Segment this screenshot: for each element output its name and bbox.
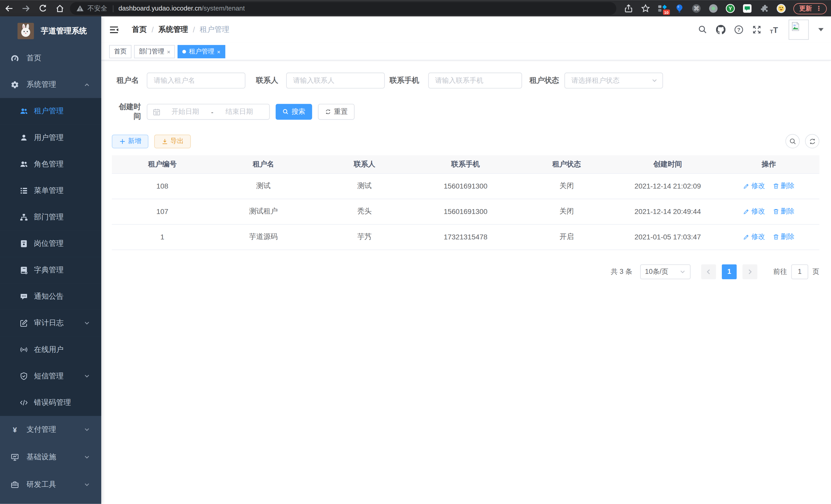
sidebar-item-pay[interactable]: ¥支付管理 <box>0 416 101 443</box>
next-page-button[interactable] <box>743 264 757 279</box>
sidebar-item-dev-tools[interactable]: 研发工具 <box>0 471 101 499</box>
chevron-left-icon <box>705 268 712 275</box>
extension-command-icon[interactable]: ⌘ <box>692 4 701 13</box>
sidebar-item-home[interactable]: 首页 <box>0 45 101 71</box>
extension-y-icon[interactable]: Y <box>726 4 735 13</box>
sidebar-item-label: 短信管理 <box>34 372 64 381</box>
edit-button[interactable]: 修改 <box>743 181 765 190</box>
url-bar[interactable]: 不安全 dashboard.yudao.iocoder.cn/system/te… <box>70 2 616 15</box>
online-signal-icon <box>20 346 28 354</box>
svg-text:⌘: ⌘ <box>693 5 699 12</box>
app-logo[interactable]: 芋道管理系统 <box>0 17 101 45</box>
close-icon[interactable]: × <box>217 49 220 55</box>
sidebar-item-online-user[interactable]: 在线用户 <box>0 336 101 363</box>
close-icon[interactable]: × <box>167 49 170 55</box>
breadcrumb-item[interactable]: 系统管理 <box>158 25 188 34</box>
table-header-row: 租户编号租户名联系人联系手机租户状态创建时间操作 <box>112 155 819 173</box>
sidebar-item-error-code[interactable]: 错误码管理 <box>0 389 101 416</box>
date-range-picker[interactable]: 开始日期 - 结束日期 <box>147 104 270 120</box>
sidebar-item-user[interactable]: 用户管理 <box>0 125 101 151</box>
sidebar-item-system[interactable]: 系统管理 <box>0 71 101 98</box>
search-icon[interactable] <box>698 25 708 34</box>
breadcrumb-item[interactable]: 首页 <box>132 25 147 34</box>
table-refresh-button[interactable] <box>805 134 820 148</box>
extension-grid-icon[interactable]: 10 <box>658 4 667 13</box>
sidebar-item-dict[interactable]: 字典管理 <box>0 257 101 283</box>
help-icon[interactable]: ? <box>734 25 743 34</box>
extension-balloon-icon[interactable] <box>675 4 684 13</box>
delete-button[interactable]: 删除 <box>772 232 795 241</box>
sidebar-item-post[interactable]: 岗位管理 <box>0 230 101 257</box>
add-button[interactable]: 新增 <box>112 135 148 148</box>
create-time-label: 创建时间 <box>112 102 141 121</box>
extensions-puzzle-icon[interactable] <box>760 4 769 13</box>
sidebar-item-label: 字典管理 <box>34 265 64 275</box>
more-menu-icon[interactable]: ⋮ <box>815 5 822 12</box>
extension-dot-icon[interactable] <box>709 4 718 13</box>
page-size-select[interactable]: 10条/页 <box>640 264 691 279</box>
update-label: 更新 <box>799 4 812 13</box>
edit-button[interactable]: 修改 <box>743 232 765 241</box>
github-icon[interactable] <box>716 25 725 34</box>
tab-dept[interactable]: 部门管理× <box>134 45 175 58</box>
url-path: /system/tenant <box>202 5 245 12</box>
font-size-icon[interactable]: TT <box>770 25 778 34</box>
share-icon[interactable] <box>624 4 633 13</box>
refresh-icon <box>325 109 331 115</box>
sidebar-item-tenant[interactable]: 租户管理 <box>0 98 101 125</box>
sidebar-item-audit-log[interactable]: 审计日志 <box>0 310 101 336</box>
extension-emoji-icon[interactable] <box>776 4 786 13</box>
sidebar-menu: 首页系统管理租户管理用户管理角色管理菜单管理部门管理岗位管理字典管理通知公告审计… <box>0 45 101 499</box>
table-row: 1芋道源码芋艿17321315478开启2021-01-05 17:03:47修… <box>112 224 819 249</box>
delete-button[interactable]: 删除 <box>772 207 795 216</box>
sidebar-item-sms[interactable]: 短信管理 <box>0 363 101 389</box>
forward-icon[interactable] <box>21 4 31 13</box>
gear-icon <box>10 81 19 89</box>
org-tree-icon <box>20 213 28 221</box>
contact-input[interactable]: 请输入联系人 <box>286 73 385 89</box>
reset-button[interactable]: 重置 <box>318 104 354 120</box>
date-separator: - <box>210 108 214 116</box>
back-icon[interactable] <box>4 4 14 13</box>
browser-right-buttons: 10 ⌘ Y 更新 ⋮ <box>624 3 827 14</box>
table-search-toggle-button[interactable] <box>785 134 800 148</box>
end-date-placeholder: 结束日期 <box>214 107 264 117</box>
column-header: 操作 <box>718 155 819 173</box>
sidebar-item-dept[interactable]: 部门管理 <box>0 204 101 230</box>
avatar[interactable] <box>789 20 809 39</box>
goto-page-input[interactable] <box>791 264 808 279</box>
browser-update-button[interactable]: 更新 ⋮ <box>794 3 827 14</box>
users-icon <box>20 107 28 116</box>
prev-page-button[interactable] <box>701 264 716 279</box>
cell-actions: 修改删除 <box>718 224 819 249</box>
sidebar-item-menu[interactable]: 菜单管理 <box>0 178 101 204</box>
status-select[interactable]: 请选择租户状态 <box>565 73 663 89</box>
monitor-icon <box>10 453 19 462</box>
table-row: 108测试测试15601691300关闭2021-12-14 21:02:09修… <box>112 173 819 199</box>
extension-chat-icon[interactable] <box>743 4 752 13</box>
tab-home[interactable]: 首页 <box>109 45 132 58</box>
svg-text:¥: ¥ <box>13 426 17 434</box>
fullscreen-icon[interactable] <box>752 25 762 34</box>
caret-down-icon[interactable] <box>819 28 824 31</box>
tenant-name-input[interactable]: 请输入租户名 <box>147 73 246 89</box>
page-unit-label: 页 <box>812 267 820 276</box>
home-icon[interactable] <box>55 4 65 13</box>
search-button[interactable]: 搜索 <box>276 104 312 120</box>
star-icon[interactable] <box>641 4 650 13</box>
page-number-button[interactable]: 1 <box>722 264 737 279</box>
export-button[interactable]: 导出 <box>154 135 191 148</box>
edit-button[interactable]: 修改 <box>743 207 765 216</box>
sidebar-item-infra[interactable]: 基础设施 <box>0 443 101 471</box>
edit-pen-icon <box>743 183 750 189</box>
delete-button[interactable]: 删除 <box>772 181 795 190</box>
edit-log-icon <box>20 319 28 328</box>
tab-tenant[interactable]: 租户管理× <box>178 45 225 58</box>
chevron-down-icon <box>84 455 90 460</box>
sidebar-item-notice[interactable]: 通知公告 <box>0 283 101 310</box>
sidebar-item-role[interactable]: 角色管理 <box>0 151 101 178</box>
reload-icon[interactable] <box>38 4 48 13</box>
cell-id: 108 <box>112 173 213 199</box>
sidebar-fold-icon[interactable] <box>110 25 119 34</box>
phone-input[interactable]: 请输入联系手机 <box>428 73 522 89</box>
